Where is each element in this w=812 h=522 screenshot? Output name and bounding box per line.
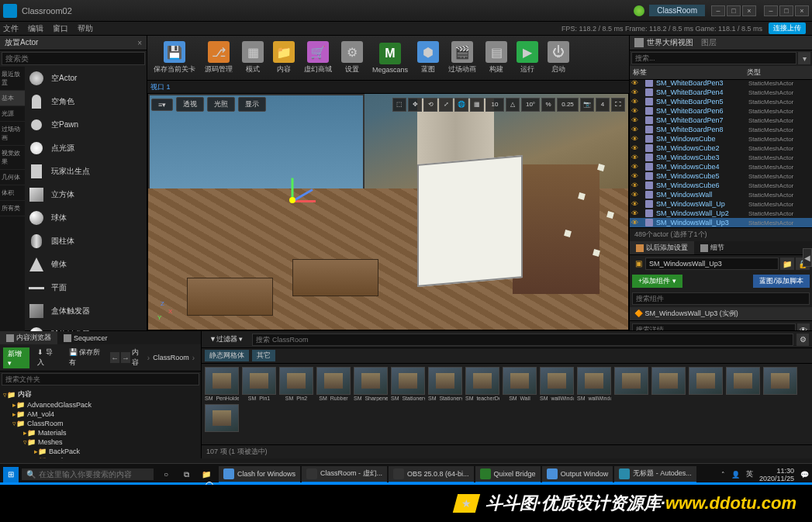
viewport-options-button[interactable]: ≡▾ xyxy=(151,99,173,111)
scale-snap-icon[interactable]: % xyxy=(541,98,555,112)
taskbar-search[interactable]: 🔍 xyxy=(22,468,154,480)
taskbar-app[interactable]: Quixel Bridge xyxy=(475,466,541,483)
place-search-input[interactable] xyxy=(2,52,145,65)
place-item[interactable]: 盒体触发器 xyxy=(25,299,147,323)
toolbar-蓝图-button[interactable]: ⬢蓝图 xyxy=(416,40,441,76)
asset-item[interactable]: SM_wallWindow4 xyxy=(540,367,574,401)
menu-file[interactable]: 文件 xyxy=(3,23,19,34)
transform-select-icon[interactable]: ⬚ xyxy=(392,98,406,112)
toolbar-虚幻商城-button[interactable]: 🛒虚幻商城 xyxy=(302,40,333,76)
outliner-row[interactable]: 👁SM_WhiteBoardPen8StaticMeshActor xyxy=(630,125,812,134)
folder-tree[interactable]: ▿📁内容 ▸📁AdvancedGlassPack▸📁AM_vol4▿📁Class… xyxy=(0,387,201,458)
place-category[interactable]: 体积 xyxy=(0,185,25,201)
outliner-row[interactable]: 👁SM_WhiteBoardPen7StaticMeshActor xyxy=(630,116,812,125)
visibility-icon[interactable]: 👁 xyxy=(631,219,641,226)
camera-speed-icon[interactable]: 📷 xyxy=(580,98,594,112)
sequencer-tab[interactable]: Sequencer xyxy=(57,331,114,344)
transform-scale-icon[interactable]: ⤢ xyxy=(439,98,453,112)
asset-item[interactable]: SM_PenHolder xyxy=(205,367,239,401)
viewport-perspective-button[interactable]: 透视 xyxy=(176,97,204,112)
outliner-row[interactable]: 👁SM_WhiteBoardPen4StaticMeshActor xyxy=(630,88,812,97)
tree-node[interactable]: ▿📁ClassRoom xyxy=(2,419,199,428)
asset-search-input[interactable] xyxy=(252,334,793,346)
tray-up-icon[interactable]: ˄ xyxy=(721,471,725,479)
asset-item[interactable] xyxy=(614,367,648,401)
place-item[interactable]: 球体 xyxy=(25,206,147,230)
outliner-row[interactable]: 👁SM_WhiteBoardPen5StaticMeshActor xyxy=(630,97,812,106)
visibility-icon[interactable]: 👁 xyxy=(631,116,641,124)
transform-rotate-icon[interactable]: ⟲ xyxy=(423,98,437,112)
viewport-show-button[interactable]: 显示 xyxy=(238,97,266,112)
visibility-icon[interactable]: 👁 xyxy=(631,209,641,217)
maximize-button[interactable]: □ xyxy=(779,5,793,16)
tree-node[interactable]: ▿📁Meshes xyxy=(2,437,199,447)
place-item[interactable]: 空Pawn xyxy=(25,113,147,137)
asset-item[interactable] xyxy=(651,367,686,401)
asset-item[interactable]: SM_Stationery14_Band xyxy=(428,367,462,401)
place-item[interactable]: 圆柱体 xyxy=(25,230,147,253)
place-category[interactable]: 最近放置 xyxy=(0,67,25,91)
visibility-icon[interactable]: 👁 xyxy=(631,200,641,208)
toolbar-模式-button[interactable]: ▦模式 xyxy=(240,40,265,76)
minimize-inner-button[interactable]: – xyxy=(711,5,725,16)
blueprint-button[interactable]: 蓝图/添加脚本 xyxy=(753,275,810,288)
camera-speed-value[interactable]: 4 xyxy=(596,98,610,112)
outliner-row[interactable]: 👁SM_WindowsWall_Up3StaticMeshActor xyxy=(630,218,812,227)
tree-node[interactable]: ▸📁AM_vol4 xyxy=(2,410,199,419)
place-item[interactable]: 玩家出生点 xyxy=(25,160,147,183)
content-browser-tab[interactable]: 内容浏览器 xyxy=(0,331,57,344)
asset-item[interactable] xyxy=(689,367,723,401)
nav-fwd-icon[interactable]: → xyxy=(121,352,130,363)
tree-node[interactable]: ▸📁Materials xyxy=(2,428,199,437)
toolbar-启动-button[interactable]: ⏻启动 xyxy=(546,40,571,76)
asset-options-icon[interactable]: ⚙ xyxy=(796,334,809,346)
folder-search-input[interactable] xyxy=(2,373,199,385)
menu-edit[interactable]: 编辑 xyxy=(28,23,43,34)
asset-item[interactable]: SM_wallWindow5 xyxy=(577,367,611,401)
world-outliner[interactable]: 👁SM_wallWindow3StaticMeshActor👁SM_wallWi… xyxy=(630,80,812,227)
tree-root[interactable]: ▿📁内容 xyxy=(2,389,199,400)
outliner-row[interactable]: 👁SM_WhiteBoardPen6StaticMeshActor xyxy=(630,106,812,116)
viewport-tab[interactable]: 视口 1 xyxy=(150,82,171,92)
actor-name-input[interactable] xyxy=(645,258,779,270)
angle-snap-icon[interactable]: △ xyxy=(506,98,520,112)
asset-item[interactable]: SM_Stationery15 xyxy=(391,367,425,401)
asset-item[interactable] xyxy=(205,404,239,433)
import-button[interactable]: ⬇ 导入 xyxy=(33,346,61,369)
layers-tab[interactable]: 图层 xyxy=(701,37,717,48)
toolbar-过场动画-button[interactable]: 🎬过场动画 xyxy=(447,40,478,76)
place-item[interactable]: 立方体 xyxy=(25,183,147,206)
add-new-button[interactable]: 新增 ▾ xyxy=(3,347,29,368)
toolbar-设置-button[interactable]: ⚙设置 xyxy=(340,40,365,76)
scale-snap-value[interactable]: 0.25 xyxy=(557,98,579,112)
component-search-input[interactable] xyxy=(632,292,810,305)
toolbar-源码管理-button[interactable]: ⎇源码管理 xyxy=(203,40,234,76)
visibility-icon[interactable]: 👁 xyxy=(631,181,641,189)
asset-item[interactable]: SM_Pin1 xyxy=(242,367,276,401)
menu-window[interactable]: 窗口 xyxy=(53,23,68,34)
visibility-icon[interactable]: 👁 xyxy=(631,80,641,87)
outliner-row[interactable]: 👁SM_WindowsCube4StaticMeshActor xyxy=(630,162,812,171)
taskbar-app[interactable]: Output Window xyxy=(542,466,613,483)
visibility-icon[interactable]: 👁 xyxy=(631,107,641,115)
transform-gizmo-icon[interactable] xyxy=(292,200,323,231)
visibility-icon[interactable]: 👁 xyxy=(631,126,641,133)
details-tab[interactable]: 细节 xyxy=(694,241,731,254)
outliner-row[interactable]: 👁SM_WindowsCube6StaticMeshActor xyxy=(630,181,812,190)
asset-item[interactable]: SM_Rubber xyxy=(316,367,351,401)
filter-tag[interactable]: 其它 xyxy=(252,350,275,361)
tree-node[interactable]: ▸📁AdvancedGlassPack xyxy=(2,400,199,410)
filter-button[interactable]: ▼过滤器 ▾ xyxy=(205,333,247,346)
details-tab-settings[interactable]: 以后添加设置 xyxy=(630,241,694,254)
place-category[interactable]: 几何体 xyxy=(0,170,25,185)
visibility-icon[interactable]: 👁 xyxy=(631,144,641,152)
outliner-row[interactable]: 👁SM_WindowsCube2StaticMeshActor xyxy=(630,143,812,153)
taskbar-clock[interactable]: 11:30 2020/11/25 xyxy=(759,467,794,482)
surface-snap-icon[interactable]: ▦ xyxy=(470,98,484,112)
outliner-row[interactable]: 👁SM_WindowsCube3StaticMeshActor xyxy=(630,153,812,162)
start-button[interactable]: ⊞ xyxy=(3,467,19,482)
viewport[interactable]: ≡▾ 透视 光照 显示 ⬚ ✥ ⟲ ⤢ 🌐 ▦ 10 △ 10° % 0.25 … xyxy=(147,93,629,330)
place-category[interactable]: 基本 xyxy=(0,91,25,106)
nav-back-icon[interactable]: ← xyxy=(110,352,119,363)
place-item[interactable]: 空角色 xyxy=(25,90,147,113)
